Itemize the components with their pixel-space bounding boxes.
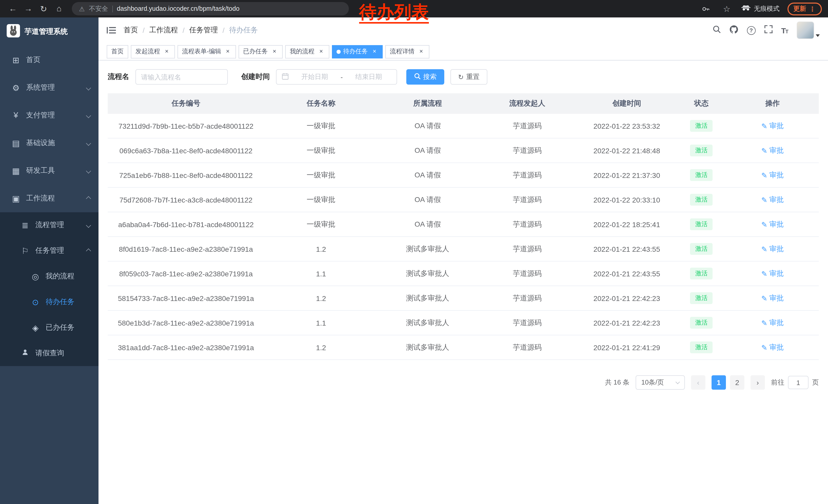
status-cell: 激活 (677, 114, 727, 138)
task-id-cell: 069c6a63-7b8a-11ec-8ef0-acde48001122 (108, 138, 264, 163)
approve-link[interactable]: ✎ 审批 (761, 146, 784, 155)
tab[interactable]: 流程详情 × (385, 45, 429, 58)
end-date-placeholder[interactable]: 结束日期 (346, 72, 391, 82)
reset-button[interactable]: ↻ 重置 (450, 69, 487, 85)
annotation-title: 待办列表 (359, 3, 429, 24)
reload-icon[interactable]: ↻ (37, 2, 50, 15)
sidebar-item-infrastructure[interactable]: ▤ 基础设施 (0, 129, 98, 157)
bookmark-star-icon[interactable]: ☆ (720, 2, 733, 15)
date-separator: - (341, 73, 343, 81)
created-time-cell: 2022-01-21 22:41:29 (577, 335, 676, 359)
forward-icon[interactable]: → (22, 2, 35, 15)
action-cell: ✎ 审批 (727, 138, 819, 163)
sidebar-item-payment[interactable]: ¥ 支付管理 (0, 101, 98, 129)
tab[interactable]: 流程表单-编辑 × (177, 45, 236, 58)
tab-close-icon[interactable]: × (271, 48, 278, 55)
key-icon[interactable] (699, 2, 712, 15)
breadcrumb-item[interactable]: 工作流程 (149, 26, 178, 35)
search-icon[interactable] (712, 25, 720, 35)
tab[interactable]: 待办任务 × (332, 45, 383, 58)
fullscreen-icon[interactable] (764, 25, 772, 35)
approve-link[interactable]: ✎ 审批 (761, 171, 784, 180)
github-icon[interactable] (729, 25, 738, 36)
action-cell: ✎ 审批 (727, 311, 819, 335)
sidebar-item-done-tasks[interactable]: ◈ 已办任务 (0, 315, 98, 340)
done-tasks-icon: ◈ (30, 323, 41, 332)
task-id-cell: 580e1b3d-7ac8-11ec-a9e2-a2380e71991a (108, 311, 264, 335)
tab-label: 首页 (111, 47, 124, 56)
status-badge: 激活 (690, 194, 713, 205)
font-size-icon[interactable]: TT (781, 26, 788, 35)
incognito-icon (741, 5, 750, 12)
tab-close-icon[interactable]: × (418, 48, 425, 55)
start-date-placeholder[interactable]: 开始日期 (292, 72, 338, 82)
approve-link[interactable]: ✎ 审批 (761, 195, 784, 204)
tab[interactable]: 已办任务 × (239, 45, 283, 58)
sidebar-item-todo-tasks[interactable]: ⊙ 待办任务 (0, 289, 98, 315)
update-button[interactable]: 更新 ⋮ (787, 2, 822, 15)
tab-close-icon[interactable]: × (163, 48, 170, 55)
user-menu[interactable] (797, 21, 820, 39)
page-size-select[interactable]: 10条/页 (636, 375, 685, 390)
next-page-button[interactable]: › (750, 375, 765, 390)
help-icon[interactable]: ? (747, 26, 755, 35)
task-id-cell: 381aa1dd-7ac8-11ec-a9e2-a2380e71991a (108, 335, 264, 359)
chevron-down-icon (86, 168, 91, 173)
approve-link[interactable]: ✎ 审批 (761, 318, 784, 327)
initiator-cell: 芋道源码 (478, 138, 577, 163)
app-logo[interactable]: 芋道管理系统 (0, 17, 98, 46)
sidebar-item-devtools[interactable]: ▦ 研发工具 (0, 157, 98, 185)
approve-link[interactable]: ✎ 审批 (761, 293, 784, 303)
tab-close-icon[interactable]: × (371, 48, 378, 55)
sidebar-item-my-process[interactable]: ◎ 我的流程 (0, 264, 98, 289)
search-button[interactable]: 搜索 (406, 69, 444, 85)
home-icon[interactable]: ⌂ (52, 2, 66, 15)
breadcrumb-item[interactable]: 任务管理 (189, 26, 218, 35)
browser-menu-icon[interactable]: ⋮ (809, 5, 816, 12)
create-time-label: 创建时间 (241, 72, 270, 82)
tab[interactable]: 发起流程 × (131, 45, 175, 58)
prev-page-button[interactable]: ‹ (691, 375, 705, 390)
approve-link[interactable]: ✎ 审批 (761, 121, 784, 131)
column-header-initiator: 流程发起人 (478, 93, 577, 114)
tab-label: 流程表单-编辑 (182, 47, 221, 56)
sidebar-toggle-icon[interactable] (107, 26, 116, 34)
page-number-button[interactable]: 1 (711, 375, 726, 390)
flag-icon: ⚐ (19, 246, 31, 256)
approve-link[interactable]: ✎ 审批 (761, 269, 784, 278)
process-name-label: 流程名 (108, 72, 129, 82)
sidebar-item-workflow[interactable]: ▣ 工作流程 (0, 185, 98, 212)
caret-down-icon (816, 34, 820, 37)
process-name-input[interactable] (135, 69, 228, 85)
tab[interactable]: 首页 (107, 45, 128, 58)
chevron-right-icon: › (756, 378, 759, 386)
column-header-created: 创建时间 (577, 93, 676, 114)
task-name-cell: 1.2 (264, 286, 378, 310)
approve-link[interactable]: ✎ 审批 (761, 220, 784, 229)
sidebar-item-leave-query[interactable]: 请假查询 (0, 340, 98, 366)
logo-image (7, 24, 20, 40)
status-badge: 激活 (690, 169, 713, 181)
date-range-picker[interactable]: 开始日期 - 结束日期 (276, 69, 397, 85)
avatar[interactable] (797, 21, 814, 39)
goto-page-input[interactable] (788, 376, 809, 389)
address-bar[interactable]: ⚠ 不安全 dashboard.yudao.iocoder.cn/bpm/tas… (72, 2, 349, 15)
tab-close-icon[interactable]: × (318, 48, 325, 55)
task-submenu: ◎ 我的流程 ⊙ 待办任务 ◈ 已办任务 (0, 264, 98, 340)
approve-link[interactable]: ✎ 审批 (761, 343, 784, 352)
column-header-process: 所属流程 (378, 93, 478, 114)
tab-close-icon[interactable]: × (224, 48, 232, 55)
sidebar-item-task-management[interactable]: ⚐ 任务管理 (0, 238, 98, 264)
approve-link[interactable]: ✎ 审批 (761, 244, 784, 254)
sidebar-item-process-management[interactable]: ≣ 流程管理 (0, 212, 98, 238)
back-icon[interactable]: ← (6, 2, 19, 15)
page-root: ← → ↻ ⌂ ⚠ 不安全 dashboard.yudao.iocoder.cn… (0, 0, 828, 504)
sidebar-item-home[interactable]: ⊞ 首页 (0, 46, 98, 74)
page-number-button[interactable]: 2 (730, 375, 744, 390)
breadcrumb-item[interactable]: 首页 (124, 26, 138, 35)
tab[interactable]: 我的流程 × (285, 45, 329, 58)
task-name-cell: 1.1 (264, 262, 378, 286)
sidebar-item-system[interactable]: ⚙ 系统管理 (0, 74, 98, 101)
status-cell: 激活 (677, 212, 727, 236)
table-row: 8f059c03-7ac8-11ec-a9e2-a2380e71991a 1.1… (108, 262, 819, 286)
